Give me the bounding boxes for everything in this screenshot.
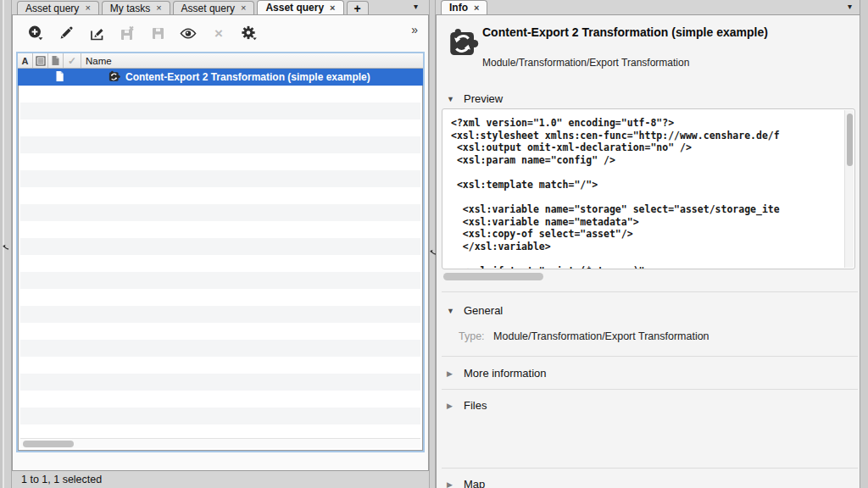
tab-my-tasks[interactable]: My tasks × (102, 1, 170, 14)
code-line: </xsl:variable> (451, 241, 843, 253)
type-value: Module/Transformation/Export Transformat… (493, 330, 709, 342)
section-general[interactable]: ▼ General (447, 304, 503, 317)
edit-button[interactable] (58, 25, 75, 42)
plus-icon: + (353, 2, 360, 15)
section-label: Preview (464, 92, 503, 105)
check-icon: ✓ (68, 55, 76, 67)
preview-vertical-scrollbar[interactable] (844, 110, 854, 268)
preview-horizontal-scrollbar-thumb[interactable] (443, 273, 543, 280)
section-label: Map (464, 478, 485, 488)
column-asset-kind[interactable] (33, 53, 48, 68)
left-tab-bar: Asset query × My tasks × Asset query × A… (17, 1, 371, 14)
transformation-asset-icon (448, 27, 479, 58)
floppy-x-icon (120, 25, 136, 42)
close-icon[interactable]: × (85, 3, 90, 13)
tab-info[interactable]: Info × (441, 0, 487, 14)
code-line: <xsl:param name="config" /> (451, 154, 843, 167)
column-asset-type[interactable]: A (18, 53, 33, 68)
panel-splitter[interactable] (429, 0, 436, 488)
type-label: Type: (459, 330, 485, 342)
triangle-expanded-icon[interactable]: ▼ (447, 307, 464, 315)
left-collapsed-panel-strip[interactable] (0, 0, 12, 488)
xml-preview-box[interactable]: <?xml version="1.0" encoding="utf-8"?> <… (442, 108, 855, 269)
table-horizontal-scrollbar[interactable] (20, 438, 420, 448)
table-row-selected[interactable]: Content-Export 2 Transformation (simple … (18, 69, 423, 86)
x-icon: × (214, 26, 223, 41)
section-label: More information (464, 367, 547, 380)
new-asset-button[interactable] (27, 25, 44, 42)
section-label: General (464, 304, 503, 317)
code-line: <xsl:output omit-xml-declaration="no" /> (451, 141, 843, 154)
code-line: <xsl:template match="/"> (451, 179, 843, 191)
column-name-label: Name (86, 56, 112, 66)
panel-collapse-arrow-icon[interactable] (3, 238, 9, 245)
section-divider (442, 291, 858, 292)
asset-title: Content-Export 2 Transformation (simple … (482, 25, 775, 40)
save-copy-disabled-button (149, 25, 166, 42)
tab-label: Info (449, 2, 468, 14)
delete-disabled-button: × (210, 25, 227, 42)
section-divider (442, 468, 858, 469)
right-tab-overflow-caret-icon[interactable]: ▾ (848, 2, 852, 11)
floppy-icon (151, 26, 165, 41)
tab-asset-query-active[interactable]: Asset query × (257, 0, 343, 14)
section-more-information[interactable]: ▶ More information (447, 367, 547, 380)
tab-asset-query-2[interactable]: Asset query × (173, 1, 255, 14)
letter-a-icon: A (22, 56, 29, 66)
left-tab-overflow-caret-icon[interactable]: ▾ (414, 2, 418, 11)
pencil-icon (58, 25, 74, 41)
table-header: A ✓ Name (18, 53, 423, 69)
file-icon (51, 55, 60, 66)
scrollbar-thumb[interactable] (23, 441, 74, 447)
close-icon[interactable]: × (156, 3, 161, 13)
triangle-collapsed-icon[interactable]: ▶ (447, 402, 464, 410)
preview-button[interactable] (180, 25, 197, 42)
result-status-text: 1 to 1, 1 selected (21, 474, 102, 485)
section-label: Files (464, 399, 487, 412)
right-window-edge-strip (860, 0, 868, 488)
close-icon[interactable]: × (330, 3, 335, 13)
add-tab-button[interactable]: + (347, 1, 369, 14)
gear-icon (241, 25, 258, 42)
toolbar-overflow-button[interactable]: » (411, 23, 418, 36)
info-panel: Content-Export 2 Transformation (simple … (436, 14, 860, 488)
save-disabled-button (119, 25, 136, 42)
asset-query-panel: × » (12, 14, 429, 471)
column-name[interactable]: Name (81, 53, 423, 68)
tab-label: Asset query (25, 3, 79, 14)
triangle-collapsed-icon[interactable]: ▶ (447, 369, 464, 378)
column-file[interactable] (48, 53, 64, 68)
code-line: <xsl:stylesheet xmlns:cen-func="http://w… (451, 130, 843, 142)
application-window: Asset query × My tasks × Asset query × A… (0, 0, 868, 488)
asset-type-subtitle: Module/Transformation/Export Transformat… (482, 57, 689, 69)
section-preview[interactable]: ▼ Preview (447, 92, 503, 105)
table-empty-rows (20, 86, 420, 438)
section-map[interactable]: ▶ Map (447, 478, 485, 488)
column-checked[interactable]: ✓ (64, 53, 81, 68)
asset-toolbar: × » (13, 15, 428, 51)
edit-external-button[interactable] (88, 25, 105, 42)
tab-label: Asset query (265, 2, 324, 14)
section-divider (442, 356, 858, 357)
close-icon[interactable]: × (474, 3, 479, 13)
eye-icon (180, 27, 197, 40)
code-line (451, 253, 843, 266)
settings-button[interactable] (241, 25, 258, 42)
close-icon[interactable]: × (241, 3, 246, 13)
code-line: <xsl:variable name="storage" select="ass… (451, 203, 843, 216)
code-line: <xsl:variable name="metadata"> (451, 216, 843, 229)
code-line (451, 166, 843, 179)
code-line (451, 191, 843, 204)
section-files[interactable]: ▶ Files (447, 399, 487, 412)
code-line: <?xml version="1.0" encoding="utf-8"?> (451, 117, 843, 130)
tab-asset-query-1[interactable]: Asset query × (17, 1, 99, 14)
tab-label: My tasks (110, 3, 150, 14)
scrollbar-thumb[interactable] (847, 114, 853, 166)
triangle-collapsed-icon[interactable]: ▶ (447, 480, 464, 488)
triangle-expanded-icon[interactable]: ▼ (447, 95, 464, 103)
list-icon (36, 56, 46, 66)
tab-label: Asset query (181, 3, 235, 14)
type-row: Type: Module/Transformation/Export Trans… (459, 330, 709, 342)
asset-name: Content-Export 2 Transformation (simple … (125, 71, 370, 83)
transformation-icon (108, 70, 120, 85)
